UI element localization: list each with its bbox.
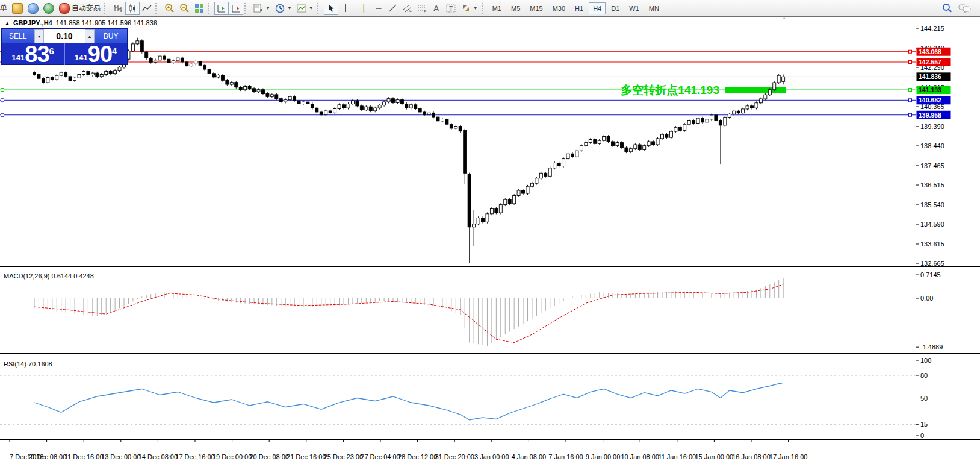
sell-price-base: 141 (12, 54, 25, 61)
svg-text:25 Dec 23:00: 25 Dec 23:00 (324, 453, 363, 460)
timeframe-w1[interactable]: W1 (625, 2, 644, 14)
svg-text:10 Jan 08:00: 10 Jan 08:00 (621, 453, 659, 460)
history-center-icon[interactable] (10, 2, 25, 15)
svg-text:0.7145: 0.7145 (920, 271, 941, 278)
svg-text:15 Jan 00:00: 15 Jan 00:00 (695, 453, 734, 460)
timeframe-m15[interactable]: M15 (526, 2, 547, 14)
svg-text:141.193: 141.193 (919, 86, 941, 93)
chevron-down-icon: ▼ (265, 5, 270, 11)
pivot-annotation: 多空转折点141.193 (621, 84, 719, 96)
macd-panel[interactable]: 0.71450.00-1.4889 MACD(12,26,9) 0.6144 0… (0, 269, 980, 353)
market-watch-icon[interactable] (25, 2, 41, 15)
svg-text:143.068: 143.068 (919, 48, 941, 55)
svg-text:4 Jan 08:00: 4 Jan 08:00 (512, 453, 547, 460)
zoom-out-button[interactable] (177, 2, 192, 15)
channel-tool-button[interactable]: E (400, 2, 415, 15)
chart-shift-button[interactable] (229, 2, 243, 15)
main-chart-svg[interactable]: 144.215143.240142.290141.315140.365139.3… (0, 17, 980, 266)
sell-price[interactable]: 141 83 6 (2, 43, 65, 65)
arrows-tool-button[interactable]: ▼ (459, 2, 480, 15)
svg-text:142.557: 142.557 (919, 58, 941, 66)
rsi-panel[interactable]: 1008050150 RSI(14) 70.1608 (0, 356, 980, 439)
text-tool-button[interactable]: A (429, 2, 444, 15)
chart-shift-marker[interactable]: ˆ (783, 17, 785, 24)
vertical-line-icon: │ (362, 4, 367, 12)
robot-icon (59, 3, 70, 14)
macd-svg[interactable]: 0.71450.00-1.4889 (0, 269, 980, 353)
auto-trading-button[interactable]: 自动交易 (57, 2, 103, 15)
new-chart-icon (253, 4, 263, 13)
toolbar-grip[interactable] (244, 3, 250, 14)
main-price-panel[interactable]: 144.215143.240142.290141.315140.365139.3… (0, 17, 980, 266)
trendline-icon (388, 4, 397, 13)
svg-text:100: 100 (920, 357, 931, 364)
cursor-tool-button[interactable] (324, 2, 338, 15)
timeframe-m30[interactable]: M30 (548, 2, 569, 14)
line-chart-type-button[interactable] (140, 2, 154, 15)
zoom-in-button[interactable] (162, 2, 177, 15)
clock-icon (275, 4, 285, 13)
svg-text:80: 80 (920, 372, 928, 379)
bar-chart-type-button[interactable] (111, 2, 125, 15)
rsi-svg[interactable]: 1008050150 (0, 356, 980, 439)
collapse-panel-icon[interactable]: ▲ (5, 20, 10, 26)
timeframe-h1[interactable]: H1 (571, 2, 588, 14)
web-terminal-icon[interactable] (41, 2, 57, 15)
search-icon[interactable] (942, 3, 952, 13)
lot-size-input[interactable]: 0.10 (44, 29, 84, 43)
tile-windows-button[interactable] (192, 2, 206, 15)
svg-text:50: 50 (920, 395, 928, 402)
periods-button[interactable]: ▼ (273, 2, 294, 15)
toolbar-grip[interactable] (104, 3, 110, 14)
new-order-button[interactable]: 单 (0, 3, 10, 13)
fibo-f-letter: F (424, 10, 426, 13)
svg-text:144.215: 144.215 (920, 25, 944, 32)
label-tool-button[interactable]: T (444, 2, 459, 15)
svg-text:136.515: 136.515 (920, 181, 944, 189)
svg-text:0.00: 0.00 (920, 295, 933, 302)
rsi-label: RSI(14) 70.1608 (4, 360, 52, 368)
arrows-icon (461, 4, 471, 13)
timeframe-d1[interactable]: D1 (607, 2, 624, 14)
trendline-tool-button[interactable] (386, 2, 400, 15)
book-icon (12, 3, 23, 14)
svg-text:16 Jan 08:00: 16 Jan 08:00 (732, 453, 771, 460)
symbol-label: GBPJPY-,H4 (13, 19, 52, 27)
label-t-letter: T (449, 5, 453, 12)
auto-trading-label: 自动交易 (72, 3, 101, 13)
timeframe-m1[interactable]: M1 (488, 2, 506, 14)
cursor-icon (327, 4, 335, 13)
timeframe-h4[interactable]: H4 (589, 2, 606, 14)
toolbar-grip[interactable] (317, 3, 323, 14)
vline-tool-button[interactable]: │ (357, 2, 371, 15)
buy-price[interactable]: 141 90 4 (65, 43, 128, 65)
svg-text:15: 15 (920, 421, 928, 428)
timeframe-m5[interactable]: M5 (507, 2, 524, 14)
globe-icon (43, 3, 54, 14)
toolbar-separator (355, 2, 355, 14)
crosshair-tool-button[interactable] (338, 2, 353, 15)
toolbar-grip[interactable] (208, 3, 213, 14)
tile-windows-icon (194, 4, 204, 13)
fibonacci-tool-button[interactable]: F (415, 2, 429, 15)
svg-text:132.665: 132.665 (920, 260, 944, 266)
toolbar-grip[interactable] (482, 3, 487, 14)
svg-text:138.440: 138.440 (920, 142, 944, 149)
chat-icon[interactable] (958, 4, 972, 13)
candlestick-type-button[interactable] (125, 2, 140, 15)
svg-text:28 Dec 12:00: 28 Dec 12:00 (398, 453, 437, 460)
toolbar-grip[interactable] (155, 3, 161, 14)
timeframe-mn[interactable]: MN (645, 2, 663, 14)
auto-scroll-button[interactable] (214, 2, 229, 15)
hline-tool-button[interactable]: ─ (371, 2, 386, 15)
channel-e-letter: E (409, 9, 412, 13)
time-axis[interactable]: 7 Dec 201810 Dec 08:0011 Dec 16:0013 Dec… (0, 439, 980, 467)
chart-area: 144.215143.240142.290141.315140.365139.3… (0, 17, 980, 467)
candlestick-icon (128, 4, 137, 13)
chevron-down-icon: ▼ (309, 5, 314, 11)
new-chart-button[interactable]: ▼ (251, 2, 273, 15)
indicators-button[interactable]: ▼ (294, 2, 316, 15)
bar-chart-icon (113, 4, 123, 13)
svg-text:137.465: 137.465 (920, 162, 944, 169)
svg-text:27 Dec 04:00: 27 Dec 04:00 (361, 453, 400, 460)
